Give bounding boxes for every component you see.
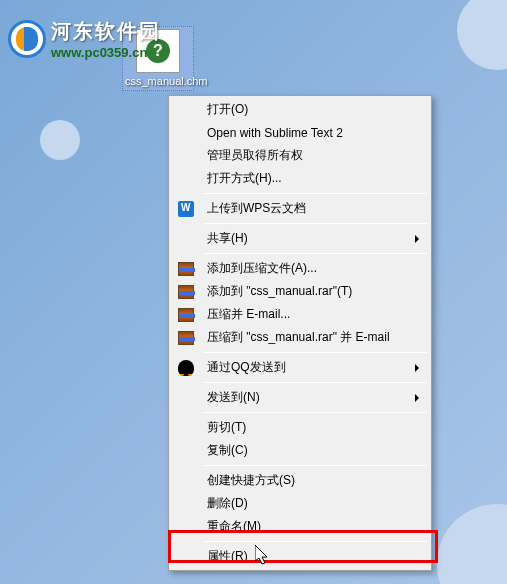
menu-wps-upload[interactable]: 上传到WPS云文档	[171, 197, 429, 220]
rar-icon	[173, 305, 199, 325]
menu-separator	[203, 193, 427, 194]
blank-icon	[173, 547, 199, 567]
blank-icon	[173, 169, 199, 189]
rar-icon	[173, 282, 199, 302]
blank-icon	[173, 123, 199, 143]
blank-icon	[173, 418, 199, 438]
menu-send-to[interactable]: 发送到(N)	[171, 386, 429, 409]
blank-icon	[173, 471, 199, 491]
menu-separator	[203, 541, 427, 542]
watermark: 河东软件园 www.pc0359.cn	[8, 18, 161, 60]
menu-separator	[203, 412, 427, 413]
menu-rename[interactable]: 重命名(M)	[171, 515, 429, 538]
rar-icon	[173, 259, 199, 279]
watermark-url: www.pc0359.cn	[51, 45, 161, 60]
menu-qq-send[interactable]: 通过QQ发送到	[171, 356, 429, 379]
menu-add-rar[interactable]: 添加到 "css_manual.rar"(T)	[171, 280, 429, 303]
bg-decoration	[457, 0, 507, 70]
menu-copy[interactable]: 复制(C)	[171, 439, 429, 462]
wps-icon	[173, 199, 199, 219]
blank-icon	[173, 441, 199, 461]
menu-properties[interactable]: 属性(R)	[171, 545, 429, 568]
submenu-arrow-icon	[415, 235, 419, 243]
menu-compress-rar-email[interactable]: 压缩到 "css_manual.rar" 并 E-mail	[171, 326, 429, 349]
menu-open-sublime[interactable]: Open with Sublime Text 2	[171, 121, 429, 144]
menu-compress-email[interactable]: 压缩并 E-mail...	[171, 303, 429, 326]
qq-icon	[173, 358, 199, 378]
watermark-logo-icon	[8, 20, 46, 58]
blank-icon	[173, 388, 199, 408]
submenu-arrow-icon	[415, 364, 419, 372]
menu-add-archive[interactable]: 添加到压缩文件(A)...	[171, 257, 429, 280]
menu-separator	[203, 253, 427, 254]
menu-open-with[interactable]: 打开方式(H)...	[171, 167, 429, 190]
menu-separator	[203, 382, 427, 383]
menu-delete[interactable]: 删除(D)	[171, 492, 429, 515]
menu-share[interactable]: 共享(H)	[171, 227, 429, 250]
bg-decoration	[40, 120, 80, 160]
menu-separator	[203, 465, 427, 466]
submenu-arrow-icon	[415, 394, 419, 402]
menu-admin-ownership[interactable]: 管理员取得所有权	[171, 144, 429, 167]
watermark-title: 河东软件园	[51, 18, 161, 45]
rar-icon	[173, 328, 199, 348]
context-menu: 打开(O) Open with Sublime Text 2 管理员取得所有权 …	[168, 95, 432, 571]
blank-icon	[173, 100, 199, 120]
bg-decoration	[437, 504, 507, 584]
menu-separator	[203, 223, 427, 224]
blank-icon	[173, 229, 199, 249]
file-label: css_manual.chm	[125, 75, 191, 88]
blank-icon	[173, 517, 199, 537]
menu-separator	[203, 352, 427, 353]
blank-icon	[173, 494, 199, 514]
menu-cut[interactable]: 剪切(T)	[171, 416, 429, 439]
menu-create-shortcut[interactable]: 创建快捷方式(S)	[171, 469, 429, 492]
menu-open[interactable]: 打开(O)	[171, 98, 429, 121]
blank-icon	[173, 146, 199, 166]
